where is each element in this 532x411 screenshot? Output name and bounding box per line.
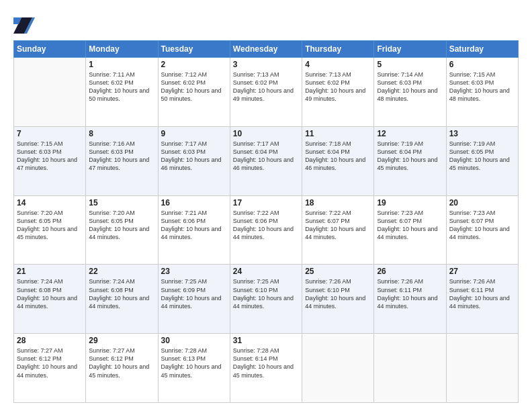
cell-day-number: 17 xyxy=(233,198,299,208)
cell-day-number: 23 xyxy=(161,267,227,276)
table-row: 11 Sunrise: 7:18 AM Sunset: 6:04 PM Dayl… xyxy=(302,126,374,195)
table-row: 9 Sunrise: 7:17 AM Sunset: 6:03 PM Dayli… xyxy=(158,126,230,195)
cell-day-number: 18 xyxy=(305,198,371,208)
col-sunday: Sunday xyxy=(14,41,86,58)
cell-info: Sunrise: 7:25 AM Sunset: 6:09 PM Dayligh… xyxy=(161,277,227,310)
cell-day-number: 9 xyxy=(161,129,227,138)
cell-day-number: 1 xyxy=(89,60,154,69)
cell-info: Sunrise: 7:25 AM Sunset: 6:10 PM Dayligh… xyxy=(233,277,299,310)
table-row: 24 Sunrise: 7:25 AM Sunset: 6:10 PM Dayl… xyxy=(230,265,302,334)
table-row xyxy=(446,334,518,403)
cell-day-number: 24 xyxy=(233,267,299,276)
cell-info: Sunrise: 7:21 AM Sunset: 6:06 PM Dayligh… xyxy=(161,209,227,242)
table-row: 30 Sunrise: 7:28 AM Sunset: 6:13 PM Dayl… xyxy=(158,334,230,403)
cell-day-number: 14 xyxy=(17,198,83,208)
cell-day-number: 8 xyxy=(89,129,154,138)
table-row: 3 Sunrise: 7:13 AM Sunset: 6:02 PM Dayli… xyxy=(230,58,302,127)
cell-info: Sunrise: 7:24 AM Sunset: 6:08 PM Dayligh… xyxy=(17,277,83,310)
cell-day-number: 15 xyxy=(89,198,154,208)
table-row: 28 Sunrise: 7:27 AM Sunset: 6:12 PM Dayl… xyxy=(14,334,86,403)
table-row: 13 Sunrise: 7:19 AM Sunset: 6:05 PM Dayl… xyxy=(446,126,518,195)
cell-day-number: 28 xyxy=(17,336,83,345)
table-row: 18 Sunrise: 7:22 AM Sunset: 6:07 PM Dayl… xyxy=(302,195,374,265)
cell-day-number: 26 xyxy=(377,267,443,276)
cell-info: Sunrise: 7:26 AM Sunset: 6:11 PM Dayligh… xyxy=(377,277,443,310)
col-wednesday: Wednesday xyxy=(230,41,302,58)
table-row: 12 Sunrise: 7:19 AM Sunset: 6:04 PM Dayl… xyxy=(374,126,446,195)
cell-day-number: 27 xyxy=(449,267,515,276)
table-row: 2 Sunrise: 7:12 AM Sunset: 6:02 PM Dayli… xyxy=(158,58,230,127)
cell-info: Sunrise: 7:12 AM Sunset: 6:02 PM Dayligh… xyxy=(161,71,227,103)
table-row: 31 Sunrise: 7:28 AM Sunset: 6:14 PM Dayl… xyxy=(230,334,302,403)
cell-day-number: 30 xyxy=(161,336,227,345)
table-row xyxy=(374,334,446,403)
cell-info: Sunrise: 7:23 AM Sunset: 6:07 PM Dayligh… xyxy=(449,209,515,242)
cell-info: Sunrise: 7:28 AM Sunset: 6:14 PM Dayligh… xyxy=(233,347,299,379)
cell-info: Sunrise: 7:17 AM Sunset: 6:04 PM Dayligh… xyxy=(233,140,299,173)
cell-day-number: 4 xyxy=(305,60,371,69)
cell-day-number: 16 xyxy=(161,198,227,208)
cell-day-number: 20 xyxy=(449,198,515,208)
cell-day-number: 11 xyxy=(305,129,371,138)
calendar-week-row: 21 Sunrise: 7:24 AM Sunset: 6:08 PM Dayl… xyxy=(14,265,519,334)
calendar-header-row: Sunday Monday Tuesday Wednesday Thursday… xyxy=(14,41,519,58)
table-row: 1 Sunrise: 7:11 AM Sunset: 6:02 PM Dayli… xyxy=(86,58,158,127)
cell-info: Sunrise: 7:11 AM Sunset: 6:02 PM Dayligh… xyxy=(89,71,154,103)
cell-day-number: 29 xyxy=(89,336,154,345)
header xyxy=(13,12,519,34)
cell-day-number: 6 xyxy=(449,60,515,69)
table-row: 16 Sunrise: 7:21 AM Sunset: 6:06 PM Dayl… xyxy=(158,195,230,265)
calendar-table: Sunday Monday Tuesday Wednesday Thursday… xyxy=(13,40,519,403)
table-row: 21 Sunrise: 7:24 AM Sunset: 6:08 PM Dayl… xyxy=(14,265,86,334)
calendar-week-row: 1 Sunrise: 7:11 AM Sunset: 6:02 PM Dayli… xyxy=(14,58,519,127)
cell-day-number: 19 xyxy=(377,198,443,208)
table-row: 27 Sunrise: 7:26 AM Sunset: 6:11 PM Dayl… xyxy=(446,265,518,334)
cell-info: Sunrise: 7:16 AM Sunset: 6:03 PM Dayligh… xyxy=(89,140,154,173)
col-thursday: Thursday xyxy=(302,41,374,58)
cell-info: Sunrise: 7:19 AM Sunset: 6:05 PM Dayligh… xyxy=(449,140,515,173)
cell-day-number: 12 xyxy=(377,129,443,138)
cell-day-number: 2 xyxy=(161,60,227,69)
cell-info: Sunrise: 7:22 AM Sunset: 6:07 PM Dayligh… xyxy=(305,209,371,242)
table-row: 29 Sunrise: 7:27 AM Sunset: 6:12 PM Dayl… xyxy=(86,334,158,403)
cell-info: Sunrise: 7:20 AM Sunset: 6:05 PM Dayligh… xyxy=(89,209,154,242)
table-row: 5 Sunrise: 7:14 AM Sunset: 6:03 PM Dayli… xyxy=(374,58,446,127)
cell-day-number: 7 xyxy=(17,129,83,138)
cell-info: Sunrise: 7:15 AM Sunset: 6:03 PM Dayligh… xyxy=(17,140,83,173)
cell-info: Sunrise: 7:13 AM Sunset: 6:02 PM Dayligh… xyxy=(233,71,299,103)
table-row xyxy=(14,58,86,127)
cell-info: Sunrise: 7:13 AM Sunset: 6:02 PM Dayligh… xyxy=(305,71,371,103)
cell-day-number: 3 xyxy=(233,60,299,69)
calendar-week-row: 14 Sunrise: 7:20 AM Sunset: 6:05 PM Dayl… xyxy=(14,195,519,265)
cell-info: Sunrise: 7:27 AM Sunset: 6:12 PM Dayligh… xyxy=(89,347,154,379)
table-row: 25 Sunrise: 7:26 AM Sunset: 6:10 PM Dayl… xyxy=(302,265,374,334)
cell-info: Sunrise: 7:24 AM Sunset: 6:08 PM Dayligh… xyxy=(89,277,154,310)
table-row: 6 Sunrise: 7:15 AM Sunset: 6:03 PM Dayli… xyxy=(446,58,518,127)
table-row xyxy=(302,334,374,403)
cell-info: Sunrise: 7:22 AM Sunset: 6:06 PM Dayligh… xyxy=(233,209,299,242)
cell-day-number: 5 xyxy=(377,60,443,69)
calendar-week-row: 28 Sunrise: 7:27 AM Sunset: 6:12 PM Dayl… xyxy=(14,334,519,403)
cell-info: Sunrise: 7:20 AM Sunset: 6:05 PM Dayligh… xyxy=(17,209,83,242)
table-row: 22 Sunrise: 7:24 AM Sunset: 6:08 PM Dayl… xyxy=(86,265,158,334)
col-saturday: Saturday xyxy=(446,41,518,58)
table-row: 19 Sunrise: 7:23 AM Sunset: 6:07 PM Dayl… xyxy=(374,195,446,265)
cell-info: Sunrise: 7:27 AM Sunset: 6:12 PM Dayligh… xyxy=(17,347,83,379)
cell-info: Sunrise: 7:19 AM Sunset: 6:04 PM Dayligh… xyxy=(377,140,443,173)
cell-info: Sunrise: 7:26 AM Sunset: 6:11 PM Dayligh… xyxy=(449,277,515,310)
table-row: 7 Sunrise: 7:15 AM Sunset: 6:03 PM Dayli… xyxy=(14,126,86,195)
cell-info: Sunrise: 7:18 AM Sunset: 6:04 PM Dayligh… xyxy=(305,140,371,173)
col-friday: Friday xyxy=(374,41,446,58)
logo-icon xyxy=(13,15,35,34)
cell-info: Sunrise: 7:14 AM Sunset: 6:03 PM Dayligh… xyxy=(377,71,443,103)
cell-day-number: 22 xyxy=(89,267,154,276)
col-tuesday: Tuesday xyxy=(158,41,230,58)
cell-day-number: 10 xyxy=(233,129,299,138)
table-row: 15 Sunrise: 7:20 AM Sunset: 6:05 PM Dayl… xyxy=(86,195,158,265)
cell-info: Sunrise: 7:15 AM Sunset: 6:03 PM Dayligh… xyxy=(449,71,515,103)
table-row: 23 Sunrise: 7:25 AM Sunset: 6:09 PM Dayl… xyxy=(158,265,230,334)
cell-info: Sunrise: 7:28 AM Sunset: 6:13 PM Dayligh… xyxy=(161,347,227,379)
cell-day-number: 13 xyxy=(449,129,515,138)
page: Sunday Monday Tuesday Wednesday Thursday… xyxy=(0,0,532,411)
table-row: 8 Sunrise: 7:16 AM Sunset: 6:03 PM Dayli… xyxy=(86,126,158,195)
